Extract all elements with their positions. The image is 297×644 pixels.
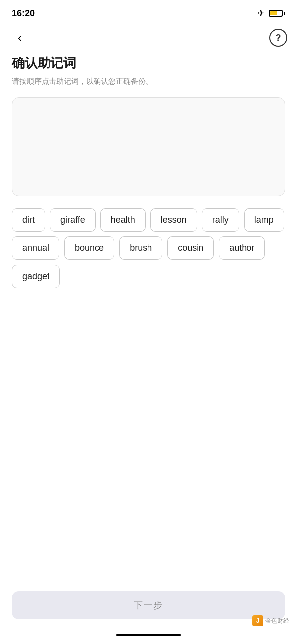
home-indicator <box>116 634 181 636</box>
word-chip-author[interactable]: author <box>219 236 265 260</box>
answer-area[interactable] <box>12 97 285 196</box>
word-chip-health[interactable]: health <box>100 208 146 232</box>
watermark-logo: J <box>252 615 263 626</box>
battery-fill <box>270 11 277 15</box>
airplane-icon: ✈ <box>257 8 265 19</box>
battery-tip <box>284 12 285 15</box>
page-title: 确认助记词 <box>12 55 285 72</box>
word-chip-dirt[interactable]: dirt <box>12 208 45 232</box>
watermark: J 金色财经 <box>252 615 289 626</box>
word-chip-annual[interactable]: annual <box>12 236 59 260</box>
next-button[interactable]: 下一步 <box>12 591 285 619</box>
word-chip-gadget[interactable]: gadget <box>12 265 60 288</box>
status-bar: 16:20 ✈ <box>0 0 297 25</box>
words-container: dirtgiraffehealthlessonrallylampannualbo… <box>0 208 297 288</box>
page-content: 确认助记词 请按顺序点击助记词，以确认您正确备份。 <box>0 51 297 196</box>
status-time: 16:20 <box>12 8 35 19</box>
word-chip-lesson[interactable]: lesson <box>150 208 197 232</box>
word-chip-rally[interactable]: rally <box>202 208 239 232</box>
watermark-text: 金色财经 <box>265 617 289 625</box>
page-subtitle: 请按顺序点击助记词，以确认您正确备份。 <box>12 76 285 87</box>
help-button[interactable]: ? <box>269 29 287 47</box>
word-chip-brush[interactable]: brush <box>119 236 162 260</box>
battery-body <box>269 10 283 17</box>
word-chip-lamp[interactable]: lamp <box>244 208 284 232</box>
back-button[interactable]: ‹ <box>10 28 30 48</box>
nav-bar: ‹ ? <box>0 25 297 51</box>
word-chip-cousin[interactable]: cousin <box>167 236 214 260</box>
word-chip-bounce[interactable]: bounce <box>64 236 114 260</box>
battery-icon <box>269 10 285 17</box>
word-chip-giraffe[interactable]: giraffe <box>50 208 96 232</box>
status-icons: ✈ <box>257 8 285 19</box>
